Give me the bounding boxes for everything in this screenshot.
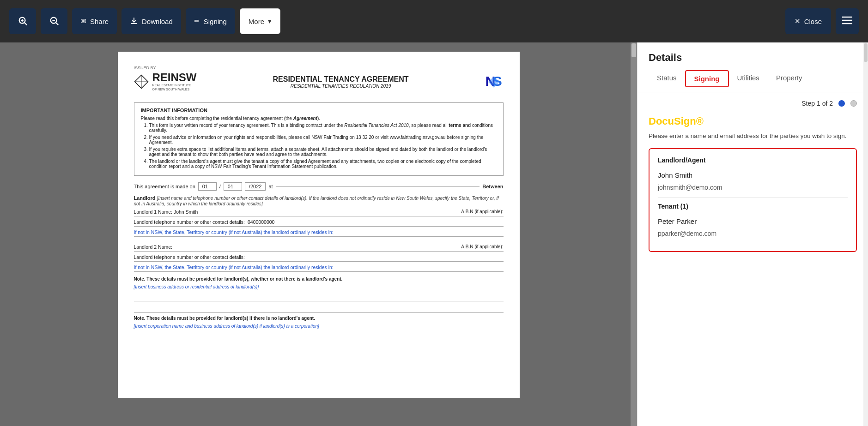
chevron-down-icon: ▾ [268, 17, 272, 25]
signing-details-box: Landlord/Agent John Smith johnsmith@demo… [649, 148, 857, 252]
landlord1-phone-value: 0400000000 [248, 219, 274, 225]
reinsw-name: REINSW [152, 72, 197, 83]
zoom-in-icon [18, 16, 28, 27]
note2: Note. These details must be provided for… [134, 316, 504, 321]
document-main-title: RESIDENTIAL TENANCY AGREEMENT [273, 75, 409, 84]
diamond-icon [134, 74, 149, 89]
document-area[interactable]: ISSUED BY REINSW REAL ESTATE INSTITUTEOF… [0, 42, 637, 426]
zoom-out-icon [49, 16, 59, 27]
document-header: REINSW REAL ESTATE INSTITUTEOF NEW SOUTH… [134, 72, 504, 96]
hamburger-icon [842, 16, 852, 27]
step-label: Step 1 of 2 [801, 100, 833, 107]
tenant-section-title: Tenant (1) [658, 203, 848, 210]
step-indicator: Step 1 of 2 [649, 100, 857, 107]
document-page: ISSUED BY REINSW REAL ESTATE INSTITUTEOF… [118, 52, 520, 398]
landlord-desc: [Insert name and telephone number or oth… [134, 196, 499, 206]
download-button[interactable]: Download [121, 8, 181, 34]
landlord1-name-row: Landlord 1 Name: John Smith A.B.N (if ap… [134, 208, 504, 216]
landlord-name: John Smith [658, 168, 848, 182]
tenant-email: pparker@demo.com [658, 228, 848, 239]
important-title: IMPORTANT INFORMATION [141, 108, 497, 113]
landlord2-phone-row: Landlord telephone number or other conta… [134, 253, 504, 262]
landlord1-phone-row: Landlord telephone number or other conta… [134, 218, 504, 227]
important-point-2: If you need advice or information on you… [149, 135, 497, 145]
details-tabs: Status Signing Utilities Property [649, 70, 857, 87]
svg-text:◆: ◆ [488, 73, 500, 89]
agreement-date-row: This agreement is made on 01 / 01 /2022 … [134, 182, 504, 191]
right-panel: Details Status Signing Utilities Propert… [637, 42, 868, 426]
issued-by-label: ISSUED BY [134, 66, 504, 70]
document-scroll-thumb[interactable] [631, 43, 636, 57]
note2-sub: [Insert corporation name and business ad… [134, 324, 504, 329]
download-icon [130, 17, 138, 26]
section-divider [658, 198, 848, 198]
svg-line-1 [24, 23, 27, 25]
tab-status[interactable]: Status [649, 70, 685, 87]
svg-line-5 [56, 23, 58, 25]
blank-address-line2 [134, 304, 504, 313]
zoom-out-button[interactable] [41, 8, 67, 34]
important-point-1: This form is your written record of your… [149, 123, 497, 133]
tab-signing[interactable]: Signing [685, 70, 729, 87]
close-button[interactable]: ✕ Close [785, 8, 831, 34]
date-year: /2022 [245, 182, 266, 191]
tab-utilities[interactable]: Utilities [729, 70, 768, 87]
landlord-label: Landlord [134, 195, 156, 201]
agreement-made-label: This agreement is made on [134, 184, 195, 189]
date-month: 01 [224, 182, 242, 191]
signing-button[interactable]: ✏ Signing [186, 8, 235, 34]
tab-property[interactable]: Property [768, 70, 811, 87]
right-scroll-thumb[interactable] [864, 43, 868, 62]
ns-logo-icon: N S ◆ [485, 72, 503, 91]
landlord1-name-value: John Smith [174, 209, 198, 215]
details-title: Details [649, 52, 857, 64]
panel-description: Please enter a name and email address fo… [649, 132, 857, 141]
document-title-block: RESIDENTIAL TENANCY AGREEMENT RESIDENTIA… [273, 75, 409, 89]
docusign-trademark: ® [696, 115, 704, 127]
landlord-email: johnsmith@demo.com [658, 182, 848, 193]
important-point-3: If you require extra space to list addit… [149, 147, 497, 157]
right-panel-body: Step 1 of 2 DocuSign® Please enter a nam… [637, 92, 868, 426]
right-panel-scrollbar[interactable] [863, 42, 868, 426]
share-icon: ✉ [80, 17, 86, 25]
top-right-actions: ✕ Close [785, 8, 859, 34]
right-panel-header: Details Status Signing Utilities Propert… [637, 42, 868, 92]
step-dot-2 [850, 100, 857, 107]
important-point-4: The landlord or the landlord's agent mus… [149, 159, 497, 169]
date-day: 01 [198, 182, 217, 191]
important-intro: Please read this before completing the r… [141, 116, 497, 121]
note1-sub: [Insert business address or residential … [134, 284, 504, 289]
more-button[interactable]: More ▾ [240, 8, 280, 34]
close-icon: ✕ [795, 17, 801, 25]
hamburger-menu-button[interactable] [836, 8, 859, 34]
top-toolbar: ✉ Share Download ✏ Signing More ▾ ✕ Clos… [0, 0, 868, 42]
document-subtitle: RESIDENTIAL TENANCIES REGULATION 2019 [273, 84, 409, 89]
document-scrollbar[interactable] [631, 42, 637, 426]
landlord1-nsw-row: If not in NSW, the State, Territory or c… [134, 228, 504, 237]
main-content: ISSUED BY REINSW REAL ESTATE INSTITUTEOF… [0, 42, 868, 426]
step-dot-1 [838, 100, 845, 107]
landlord2-nsw-row: If not in NSW, the State, Territory or c… [134, 263, 504, 272]
tenant-name: Peter Parker [658, 215, 848, 228]
docusign-logo: DocuSign® [649, 115, 857, 127]
landlord-section-title: Landlord/Agent [658, 156, 848, 164]
note1: Note. These details must be provided for… [134, 276, 504, 282]
blank-address-line [134, 292, 504, 301]
signing-icon: ✏ [194, 17, 200, 25]
important-info-box: IMPORTANT INFORMATION Please read this b… [134, 102, 504, 176]
zoom-in-button[interactable] [9, 8, 36, 34]
share-button[interactable]: ✉ Share [72, 8, 117, 34]
landlord2-name-row: Landlord 2 Name: A.B.N (if applicable): [134, 243, 504, 252]
landlord-section: Landlord [Insert name and telephone numb… [134, 195, 504, 272]
reinsw-subtitle: REAL ESTATE INSTITUTEOF NEW SOUTH WALES [152, 83, 197, 91]
reinsw-logo: REINSW REAL ESTATE INSTITUTEOF NEW SOUTH… [134, 72, 197, 91]
between-label: Between [482, 184, 503, 189]
at-label: at [268, 184, 273, 189]
